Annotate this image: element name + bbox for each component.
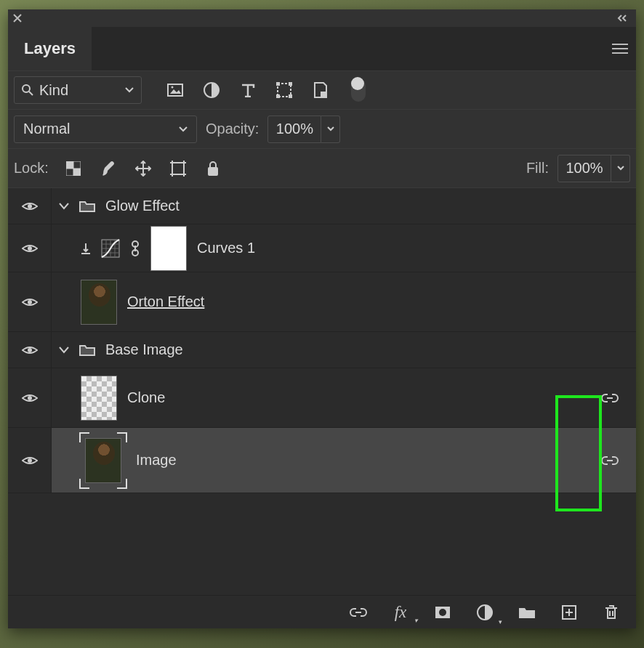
new-adjustment-layer-button[interactable]: ▾ [475,602,495,623]
filter-type-icon[interactable] [238,80,258,100]
layer-name: Clone [127,389,165,406]
svg-rect-14 [66,169,73,176]
layer-orton-effect[interactable]: Orton Effect [8,272,636,332]
svg-rect-9 [289,94,292,98]
layer-name: Orton Effect [127,293,204,310]
new-layer-button[interactable] [559,602,579,623]
svg-rect-13 [73,161,81,169]
panel-titlebar [8,9,636,27]
layers-list[interactable]: Glow Effect Curves 1 [8,188,636,595]
filter-toggle-switch[interactable] [351,78,366,102]
svg-rect-11 [66,161,73,169]
panel-footer: fx▾ ▾ [8,595,636,628]
fill-input[interactable]: 100% [558,155,611,182]
curves-adjustment-icon [101,239,120,258]
lock-position-icon[interactable] [133,158,153,179]
svg-rect-1 [168,84,182,96]
link-layers-button[interactable] [348,602,369,623]
blend-bar: Normal Opacity: 100% [8,110,636,149]
visibility-toggle[interactable] [22,243,38,254]
svg-point-27 [439,609,446,616]
layer-link-icon[interactable] [591,392,629,404]
chevron-down-icon [125,87,134,93]
filter-smartobject-icon[interactable] [310,80,331,100]
svg-point-22 [28,300,32,304]
layer-thumbnail[interactable] [81,376,117,421]
tab-layers-label: Layers [24,39,76,58]
opacity-dropdown[interactable] [321,116,340,143]
layer-thumbnail[interactable] [81,280,117,325]
lock-all-icon[interactable] [203,158,223,179]
tab-layers[interactable]: Layers [8,27,92,70]
lock-bar: Lock: Fill: 100% [8,149,636,188]
layer-name: Glow Effect [105,198,180,214]
collapse-panel-icon[interactable] [617,14,632,23]
svg-rect-10 [321,92,326,97]
opacity-label: Opacity: [206,121,259,137]
svg-rect-8 [276,94,280,98]
close-icon[interactable] [12,13,23,23]
link-mask-icon[interactable] [130,240,140,256]
layer-group-glow-effect[interactable]: Glow Effect [8,188,636,224]
visibility-toggle[interactable] [22,296,38,308]
svg-point-17 [28,204,32,208]
svg-rect-16 [208,167,218,176]
layer-group-base-image[interactable]: Base Image [8,332,636,368]
layer-link-icon[interactable] [591,455,629,466]
layer-name: Base Image [105,341,183,358]
svg-point-24 [28,396,32,400]
delete-layer-button[interactable] [601,602,621,623]
layer-name: Curves 1 [197,240,255,256]
layer-image[interactable]: Image [8,428,636,493]
panel-menu-icon[interactable] [604,27,636,70]
chevron-down-icon [179,126,188,132]
expand-caret-icon[interactable] [59,347,69,354]
layer-effects-button[interactable]: fx▾ [390,602,411,623]
blend-mode-dropdown[interactable]: Normal [14,116,197,143]
lock-transparency-icon[interactable] [63,158,84,179]
filter-pixel-icon[interactable] [165,80,185,100]
visibility-toggle[interactable] [22,392,38,404]
svg-rect-12 [73,169,81,176]
layer-name: Image [136,452,177,469]
layer-thumbnail-selected[interactable] [81,434,126,487]
blend-mode-value: Normal [23,121,70,137]
filter-adjustment-icon[interactable] [201,80,222,100]
svg-point-18 [28,246,32,251]
fill-label: Fill: [526,160,549,177]
folder-icon [79,200,95,213]
visibility-toggle[interactable] [22,344,38,356]
svg-point-25 [28,458,32,463]
layer-curves-1[interactable]: Curves 1 [8,224,636,272]
tab-row: Layers [8,27,636,70]
lock-paint-icon[interactable] [98,158,118,179]
layer-mask-thumbnail[interactable] [150,226,187,271]
new-group-button[interactable] [517,602,537,623]
lock-label: Lock: [14,160,49,177]
filter-shape-icon[interactable] [274,80,294,100]
svg-point-23 [28,348,32,352]
lock-artboard-icon[interactable] [168,158,188,179]
search-icon [22,84,33,96]
visibility-toggle[interactable] [22,455,38,466]
layers-panel: Layers Kind [8,9,636,628]
kind-filter-label: Kind [39,82,68,99]
svg-rect-7 [289,82,292,86]
expand-caret-icon[interactable] [59,203,69,210]
fill-dropdown[interactable] [611,155,630,182]
layer-filter-kind-dropdown[interactable]: Kind [14,76,142,104]
svg-point-3 [172,86,174,89]
folder-icon [79,344,95,357]
clip-indicator-icon [81,243,91,254]
opacity-input[interactable]: 100% [267,116,321,143]
svg-point-0 [23,85,30,92]
add-mask-button[interactable] [432,602,453,623]
svg-marker-2 [170,89,181,94]
filter-bar: Kind [8,70,636,110]
layer-clone[interactable]: Clone [8,368,636,428]
svg-rect-15 [172,163,184,174]
svg-rect-6 [276,82,280,86]
visibility-toggle[interactable] [22,201,38,212]
